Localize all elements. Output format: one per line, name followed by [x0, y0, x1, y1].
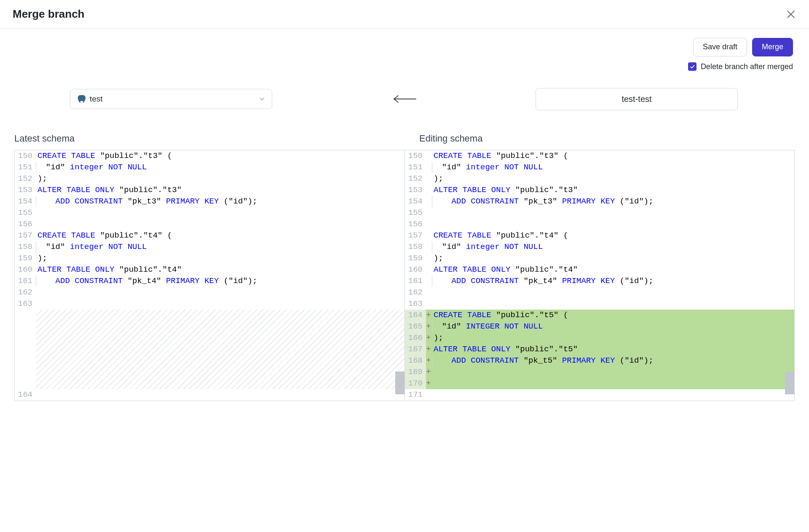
- line-number: 158: [15, 241, 36, 253]
- code-line: 153 ALTER TABLE ONLY "public"."t3": [405, 184, 794, 196]
- target-branch-select[interactable]: test: [70, 89, 272, 109]
- code-content: [432, 207, 794, 219]
- code-content: CREATE TABLE "public"."t4" (: [36, 230, 404, 241]
- code-line: 164+CREATE TABLE "public"."t5" (: [405, 310, 794, 321]
- line-number: 155: [405, 207, 426, 219]
- diff-marker: [426, 150, 432, 162]
- code-content: CREATE TABLE "public"."t3" (: [432, 150, 794, 162]
- diff-marker: [426, 162, 432, 173]
- branch-selector-row: test test-test: [0, 71, 809, 123]
- line-number: 161: [405, 275, 426, 287]
- code-content: );: [36, 173, 404, 184]
- code-content: [36, 287, 404, 298]
- line-number: 152: [405, 173, 426, 184]
- code-content: ALTER TABLE ONLY "public"."t4": [432, 264, 794, 275]
- line-number: 156: [15, 219, 36, 230]
- diff-marker: +: [426, 378, 432, 389]
- code-line: 160 ALTER TABLE ONLY "public"."t4": [405, 264, 794, 275]
- diff-marker: [426, 275, 432, 287]
- code-line: 159 );: [405, 253, 794, 264]
- code-content: ALTER TABLE ONLY "public"."t5": [432, 344, 794, 355]
- diff-marker: [426, 184, 432, 196]
- right-pane-title: Editing schema: [412, 133, 809, 144]
- source-branch-box: test-test: [536, 88, 738, 110]
- code-content: ADD CONSTRAINT "pk_t3" PRIMARY KEY ("id"…: [432, 196, 794, 207]
- code-line: 169+: [405, 366, 794, 378]
- line-number: 162: [405, 287, 426, 298]
- line-number: 167: [405, 344, 426, 355]
- code-line: 150CREATE TABLE "public"."t3" (: [15, 150, 404, 162]
- code-line: 156: [405, 219, 794, 230]
- code-line: 163: [15, 298, 404, 310]
- diff-marker: [426, 241, 432, 253]
- line-number: 152: [15, 173, 36, 184]
- line-number: 157: [15, 230, 36, 241]
- dialog-title: Merge branch: [13, 8, 85, 21]
- diff-titles: Latest schema Editing schema: [0, 123, 809, 150]
- diff-marker: [426, 196, 432, 207]
- line-number: 171: [405, 389, 426, 401]
- diff-container: 150CREATE TABLE "public"."t3" (151 "id" …: [14, 150, 795, 401]
- code-line: 155: [405, 207, 794, 219]
- line-number: 151: [15, 162, 36, 173]
- line-number: 159: [15, 253, 36, 264]
- code-line: 157 CREATE TABLE "public"."t4" (: [405, 230, 794, 241]
- code-line: 163: [405, 298, 794, 310]
- code-content: CREATE TABLE "public"."t4" (: [432, 230, 794, 241]
- line-number: 156: [405, 219, 426, 230]
- code-content: CREATE TABLE "public"."t5" (: [432, 310, 794, 321]
- code-content: ALTER TABLE ONLY "public"."t3": [36, 184, 404, 196]
- code-content: ADD CONSTRAINT "pk_t5" PRIMARY KEY ("id"…: [432, 355, 794, 366]
- diff-pane-right[interactable]: 150 CREATE TABLE "public"."t3" (151 "id"…: [404, 150, 794, 401]
- diff-marker: [426, 287, 432, 298]
- left-pane-title: Latest schema: [14, 133, 412, 144]
- code-line: 157CREATE TABLE "public"."t4" (: [15, 230, 404, 241]
- postgres-icon: [76, 94, 86, 104]
- diff-marker: [426, 219, 432, 230]
- code-content: "id" INTEGER NOT NULL: [432, 321, 794, 332]
- line-number: 162: [15, 287, 36, 298]
- target-branch-label: test: [90, 94, 103, 104]
- code-line: 162: [15, 287, 404, 298]
- code-content: [432, 378, 794, 389]
- code-line: 168+ ADD CONSTRAINT "pk_t5" PRIMARY KEY …: [405, 355, 794, 366]
- diff-marker: [426, 389, 432, 401]
- line-number: 161: [15, 275, 36, 287]
- close-icon[interactable]: [785, 9, 796, 20]
- code-line: 170+: [405, 378, 794, 389]
- line-number: 168: [405, 355, 426, 366]
- code-content: ADD CONSTRAINT "pk_t4" PRIMARY KEY ("id"…: [432, 275, 794, 287]
- chevron-down-icon: [258, 95, 266, 103]
- line-number: 155: [15, 207, 36, 219]
- code-content: );: [432, 173, 794, 184]
- merge-button[interactable]: Merge: [752, 38, 793, 56]
- diff-pane-left[interactable]: 150CREATE TABLE "public"."t3" (151 "id" …: [15, 150, 404, 401]
- save-draft-button[interactable]: Save draft: [693, 38, 747, 56]
- code-line: 150 CREATE TABLE "public"."t3" (: [405, 150, 794, 162]
- code-line: 153ALTER TABLE ONLY "public"."t3": [15, 184, 404, 196]
- code-line: 158 "id" integer NOT NULL: [15, 241, 404, 253]
- code-content: [432, 298, 794, 310]
- diff-marker: +: [426, 366, 432, 378]
- delete-branch-checkbox[interactable]: [688, 62, 696, 71]
- line-number: 164: [15, 389, 36, 401]
- line-number: 165: [405, 321, 426, 332]
- code-line: 151 "id" integer NOT NULL: [405, 162, 794, 173]
- code-content: CREATE TABLE "public"."t3" (: [36, 150, 404, 162]
- diff-marker: +: [426, 344, 432, 355]
- diff-marker: [426, 253, 432, 264]
- source-branch-label: test-test: [621, 94, 651, 104]
- code-content: );: [432, 253, 794, 264]
- diff-marker: +: [426, 310, 432, 321]
- code-line: 151 "id" integer NOT NULL: [15, 162, 404, 173]
- code-line: 154 ADD CONSTRAINT "pk_t3" PRIMARY KEY (…: [15, 196, 404, 207]
- diff-marker: [426, 207, 432, 219]
- code-line: 155: [15, 207, 404, 219]
- line-number: 164: [405, 310, 426, 321]
- code-line: 171: [405, 389, 794, 401]
- code-content: [36, 389, 404, 401]
- code-content: [432, 219, 794, 230]
- code-content: [36, 298, 404, 310]
- line-number: 158: [405, 241, 426, 253]
- code-line: 165+ "id" INTEGER NOT NULL: [405, 321, 794, 332]
